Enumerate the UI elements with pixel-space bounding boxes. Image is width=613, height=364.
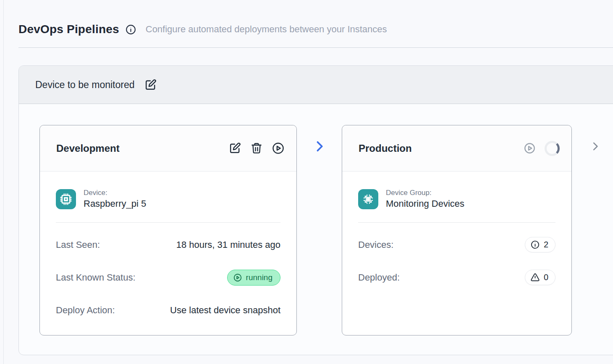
development-stage-card: Development (39, 125, 297, 335)
devices-row: Devices: 2 (358, 237, 555, 253)
card-divider (56, 222, 280, 223)
page-title: DevOps Pipelines (18, 23, 119, 36)
page-subtitle: Configure automated deployments between … (146, 24, 387, 35)
deploy-action-value: Use latest device snapshot (170, 305, 280, 316)
chevron-right-icon (312, 139, 327, 154)
production-stage-card: Production (342, 125, 572, 335)
play-circle-icon (233, 273, 242, 282)
status-badge: running (227, 270, 280, 286)
device-group-row: Device Group: Monitoring Devices (358, 188, 555, 210)
play-circle-icon[interactable] (524, 142, 536, 154)
loading-spinner (545, 141, 560, 156)
stage-title-production: Production (359, 143, 412, 154)
development-card-header: Development (40, 125, 296, 172)
stage-title-development: Development (56, 143, 120, 154)
stage-connector (297, 125, 342, 154)
last-seen-label: Last Seen: (56, 239, 100, 250)
header-divider (18, 47, 613, 48)
device-group-name: Monitoring Devices (386, 198, 464, 210)
status-badge-label: running (246, 273, 272, 282)
deploy-action-label: Deploy Action: (56, 305, 115, 316)
pipeline-panel-header: Device to be monitored (19, 66, 613, 104)
development-card-body: Device: Raspberry_pi 5 Last Seen: 18 hou… (40, 172, 296, 319)
pipeline-panel: Device to be monitored Development (18, 65, 613, 355)
deployed-label: Deployed: (358, 272, 400, 283)
devices-count-badge[interactable]: 2 (525, 237, 555, 252)
pipeline-stages: Development (19, 104, 613, 355)
devices-count: 2 (544, 240, 548, 250)
devops-pipelines-page: DevOps Pipelines Configure automated dep… (0, 0, 613, 364)
chip-icon (56, 189, 76, 209)
device-name: Raspberry_pi 5 (84, 198, 146, 210)
info-circle-icon (530, 240, 540, 250)
warning-triangle-icon (530, 273, 540, 282)
trash-icon[interactable] (250, 142, 263, 155)
production-card-header: Production (342, 125, 571, 172)
edit-pencil-square-icon[interactable] (228, 142, 241, 155)
edit-pencil-square-icon[interactable] (144, 78, 157, 91)
pipeline-name: Device to be monitored (35, 79, 135, 91)
device-group-label: Device Group: (386, 188, 464, 198)
last-seen-value: 18 hours, 31 minutes ago (176, 239, 280, 250)
last-known-status-row: Last Known Status: running (56, 269, 280, 286)
device-label: Device: (84, 188, 146, 198)
chip-group-icon (358, 189, 378, 209)
last-known-status-label: Last Known Status: (56, 272, 136, 283)
last-seen-row: Last Seen: 18 hours, 31 minutes ago (56, 237, 280, 253)
deployed-count: 0 (544, 273, 548, 282)
chevron-right-icon[interactable] (589, 125, 602, 153)
deployed-row: Deployed: 0 (358, 269, 555, 286)
play-circle-icon[interactable] (272, 142, 285, 155)
deploy-action-row: Deploy Action: Use latest device snapsho… (56, 302, 280, 319)
deployed-count-badge[interactable]: 0 (525, 270, 555, 285)
info-circle-icon[interactable] (125, 24, 136, 35)
card-divider (358, 222, 555, 223)
page-header: DevOps Pipelines Configure automated dep… (18, 0, 613, 48)
production-card-body: Device Group: Monitoring Devices Devices… (342, 172, 571, 286)
devices-label: Devices: (358, 239, 393, 250)
device-row: Device: Raspberry_pi 5 (56, 188, 280, 210)
